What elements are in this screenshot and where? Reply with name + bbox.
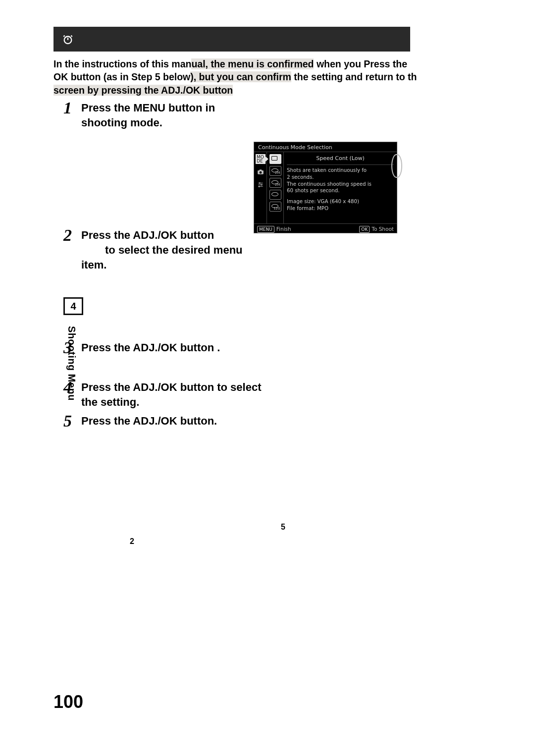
camera-meta-line: File format: MPO	[287, 206, 328, 211]
section-header-bar	[54, 27, 410, 52]
intro-line2a: OK button (as in Step 5 below	[54, 71, 190, 82]
camera-thumb-selected	[269, 154, 281, 164]
camera-desc-line: The continuous shooting speed is	[287, 181, 372, 187]
camera-desc-line: 2 seconds.	[287, 174, 314, 180]
camera-mode-label: Speed Cont (Low)	[287, 152, 394, 165]
step-number: 1	[63, 100, 81, 116]
camera-screen-title: Continuous Mode Selection	[254, 142, 397, 152]
step-text: Press the ADJ./OK button to select the s…	[81, 380, 279, 409]
step2-line1: Press the ADJ./OK button	[81, 229, 214, 241]
step-number: 2	[63, 227, 81, 244]
chapter-side-label: Shooting Menu	[66, 326, 77, 401]
step-number: 5	[63, 413, 81, 430]
camera-thumb: 2M	[269, 166, 281, 176]
intro-line1a: In the instructions of this man	[54, 58, 191, 69]
menu-key-icon: MENU	[257, 226, 274, 233]
step-text: Press the MENU button in shooting mode.	[81, 101, 250, 130]
camera-lcd-screenshot: Continuous Mode Selection MO DE 2M 2M 12…	[254, 142, 397, 233]
camera-left-tabs: MO DE	[254, 152, 267, 223]
step2-line3: item.	[81, 259, 107, 271]
camera-screen-body: MO DE 2M 2M 120 Speed Cont (Low) Shots a…	[254, 152, 397, 224]
camera-thumb-column: 2M 2M 120	[267, 152, 284, 223]
camera-desc-line: 60 shots per second.	[287, 188, 339, 193]
step2-line2: to select the desired menu	[81, 243, 243, 258]
camera-thumb: 120	[269, 202, 281, 212]
step-3: 3 Press the ADJ./OK button .	[63, 340, 480, 356]
step-text: Press the ADJ./OK button to select the d…	[81, 228, 243, 272]
intro-line1b: ual, the menu is confirmed	[191, 58, 314, 69]
camera-footer-ok-label: To Shoot	[372, 226, 394, 232]
settings-sliders-icon	[256, 180, 266, 190]
footnote-ref-a: 5	[281, 523, 285, 532]
step-5: 5 Press the ADJ./OK button.	[63, 414, 480, 430]
camera-meta-line: Image size: VGA (640 x 480)	[287, 199, 359, 204]
page-number: 100	[54, 692, 83, 712]
intro-line2c: the setting and return to th	[291, 71, 417, 82]
camera-mode-description: Shots are taken continuously fo 2 second…	[287, 167, 394, 194]
chapter-tab: 4	[63, 297, 83, 315]
svg-rect-3	[259, 169, 262, 170]
camera-footer-left: MENUFinish	[257, 226, 291, 233]
intro-note: In the instructions of this manual, the …	[54, 57, 430, 97]
step-4: 4 Press the ADJ./OK button to select the…	[63, 380, 480, 409]
camera-footer-menu-label: Finish	[276, 226, 291, 232]
svg-point-4	[259, 171, 262, 174]
mode-tab-selected: MO DE	[256, 154, 266, 164]
step-text: Press the ADJ./OK button.	[81, 414, 217, 429]
intro-line1c: when you Press the	[314, 58, 407, 69]
ok-key-icon: OK	[359, 226, 370, 233]
camera-footer: MENUFinish OKTo Shoot	[254, 224, 397, 235]
camera-desc-line: Shots are taken continuously fo	[287, 167, 367, 173]
camera-mode-meta: Image size: VGA (640 x 480) File format:…	[287, 198, 394, 212]
step-1: 1 Press the MENU button in shooting mode…	[63, 101, 480, 130]
camera-footer-right: OKTo Shoot	[359, 226, 394, 233]
intro-line3: screen by pressing the ADJ./OK button	[54, 85, 233, 96]
camera-right-panel: Speed Cont (Low) Shots are taken continu…	[284, 152, 397, 223]
camera-thumb	[269, 190, 281, 200]
self-timer-icon	[62, 34, 73, 45]
intro-line2b: ), but you can confirm	[190, 71, 291, 82]
scrollbar-highlight-circle	[391, 154, 402, 178]
footnote-ref-b: 2	[130, 537, 134, 546]
step-text: Press the ADJ./OK button .	[81, 340, 220, 355]
camera-icon	[256, 167, 266, 177]
camera-thumb: 2M	[269, 178, 281, 188]
